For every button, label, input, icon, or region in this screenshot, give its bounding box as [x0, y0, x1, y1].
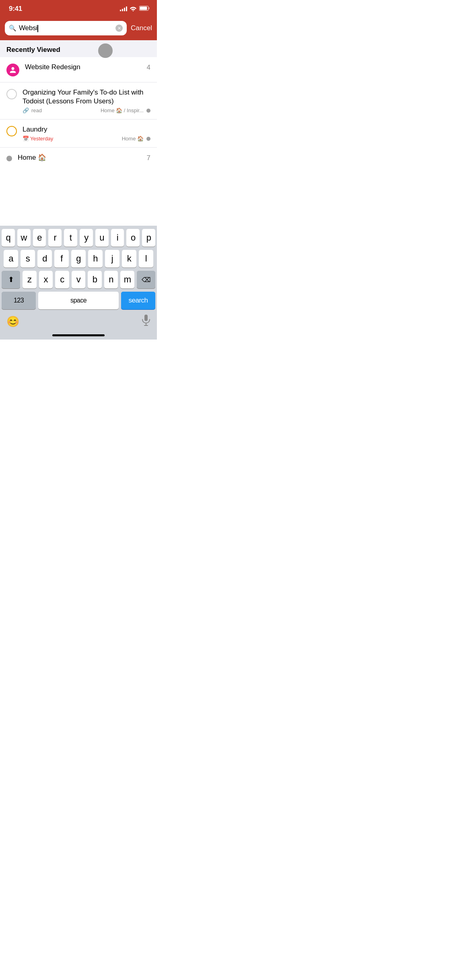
- task-checkbox-overdue[interactable]: [6, 126, 17, 136]
- item-meta: 🔗 read Home 🏠 / Inspir...: [23, 107, 150, 113]
- key-d[interactable]: d: [37, 250, 52, 268]
- project-icon: [6, 64, 19, 76]
- section-title: Recently Viewed: [6, 46, 60, 54]
- keyboard-bottom-bar: 😊: [0, 311, 157, 333]
- space-key[interactable]: space: [38, 292, 119, 309]
- cancel-button[interactable]: Cancel: [131, 24, 152, 32]
- key-x[interactable]: x: [39, 271, 53, 288]
- battery-icon: [139, 6, 150, 12]
- key-e[interactable]: e: [33, 229, 46, 247]
- item-content: Laundry 📅 Yesterday Home 🏠: [23, 125, 150, 142]
- list-item[interactable]: Home 🏠 7: [0, 148, 157, 168]
- status-time: 9:41: [9, 5, 22, 13]
- key-s[interactable]: s: [21, 250, 35, 268]
- svg-rect-3: [140, 7, 147, 10]
- key-h[interactable]: h: [88, 250, 103, 268]
- key-l[interactable]: l: [139, 250, 153, 268]
- microphone-button[interactable]: [142, 315, 150, 328]
- item-title: Home 🏠: [18, 153, 46, 162]
- key-g[interactable]: g: [71, 250, 86, 268]
- keyboard-row-1: q w e r t y u i o p: [2, 229, 155, 247]
- status-bar: 9:41: [0, 0, 157, 18]
- key-i[interactable]: i: [111, 229, 124, 247]
- key-v[interactable]: v: [72, 271, 86, 288]
- content-area: Recently Viewed Website Redesign 4 Organ…: [0, 40, 157, 232]
- key-w[interactable]: w: [17, 229, 31, 247]
- numbers-key[interactable]: 123: [2, 292, 36, 309]
- list-item[interactable]: Website Redesign 4: [0, 57, 157, 82]
- keyboard: q w e r t y u i o p a s d f g h j k l ⬆ …: [0, 226, 157, 340]
- key-n[interactable]: n: [104, 271, 118, 288]
- key-q[interactable]: q: [2, 229, 15, 247]
- key-a[interactable]: a: [4, 250, 18, 268]
- item-path: Home 🏠 / Inspir...: [101, 107, 150, 113]
- keyboard-row-2: a s d f g h j k l: [2, 250, 155, 268]
- keyboard-row-3: ⬆ z x c v b n m ⌫: [2, 271, 155, 288]
- task-checkbox[interactable]: [6, 89, 17, 99]
- item-content: Website Redesign 4: [25, 63, 150, 72]
- keyboard-row-4: 123 space search: [2, 292, 155, 309]
- list-item[interactable]: Laundry 📅 Yesterday Home 🏠: [0, 119, 157, 148]
- home-indicator: [0, 333, 157, 340]
- empty-space: [0, 168, 157, 232]
- item-path: Home 🏠: [122, 136, 150, 142]
- search-icon: 🔍: [9, 25, 16, 32]
- item-title: Laundry: [23, 125, 47, 134]
- calendar-icon: 📅: [23, 136, 29, 142]
- key-m[interactable]: m: [120, 271, 134, 288]
- key-f[interactable]: f: [54, 250, 69, 268]
- item-label: read: [31, 107, 42, 113]
- search-header: 🔍 Websi ✕ Cancel: [0, 18, 157, 40]
- keyboard-rows: q w e r t y u i o p a s d f g h j k l ⬆ …: [0, 226, 157, 311]
- list-item[interactable]: Organizing Your Family's To-do List with…: [0, 82, 157, 119]
- svg-point-0: [133, 10, 134, 11]
- item-count: 4: [147, 64, 150, 72]
- item-title: Organizing Your Family's To-do List with…: [23, 89, 144, 105]
- signal-icon: [120, 6, 127, 11]
- results-list: Website Redesign 4 Organizing Your Famil…: [0, 57, 157, 168]
- key-k[interactable]: k: [122, 250, 136, 268]
- scroll-indicator: [98, 43, 113, 58]
- item-meta: 📅 Yesterday Home 🏠: [23, 136, 150, 142]
- recently-viewed-section: Recently Viewed: [0, 40, 157, 57]
- key-o[interactable]: o: [126, 229, 140, 247]
- key-c[interactable]: c: [55, 271, 69, 288]
- item-count: 7: [147, 154, 150, 162]
- status-icons: [120, 6, 150, 12]
- key-p[interactable]: p: [142, 229, 155, 247]
- key-t[interactable]: t: [64, 229, 77, 247]
- home-bar: [52, 334, 105, 336]
- key-u[interactable]: u: [95, 229, 109, 247]
- emoji-button[interactable]: 😊: [6, 315, 19, 328]
- item-content: Organizing Your Family's To-do List with…: [23, 88, 150, 113]
- svg-rect-2: [149, 7, 150, 9]
- delete-key[interactable]: ⌫: [137, 271, 155, 288]
- search-clear-button[interactable]: ✕: [115, 25, 123, 32]
- project-dot: [6, 156, 12, 161]
- svg-rect-4: [144, 315, 148, 321]
- item-content: Home 🏠 7: [18, 153, 150, 162]
- key-r[interactable]: r: [48, 229, 62, 247]
- item-due-date: 📅 Yesterday: [23, 136, 53, 142]
- key-y[interactable]: y: [80, 229, 93, 247]
- key-z[interactable]: z: [23, 271, 37, 288]
- search-key[interactable]: search: [121, 292, 155, 309]
- key-j[interactable]: j: [105, 250, 119, 268]
- wifi-icon: [130, 6, 137, 12]
- shift-key[interactable]: ⬆: [2, 271, 20, 288]
- search-bar[interactable]: 🔍 Websi ✕: [5, 21, 127, 35]
- key-b[interactable]: b: [88, 271, 102, 288]
- search-input[interactable]: Websi: [19, 24, 113, 32]
- link-icon: 🔗: [23, 107, 29, 113]
- item-title: Website Redesign: [25, 63, 80, 72]
